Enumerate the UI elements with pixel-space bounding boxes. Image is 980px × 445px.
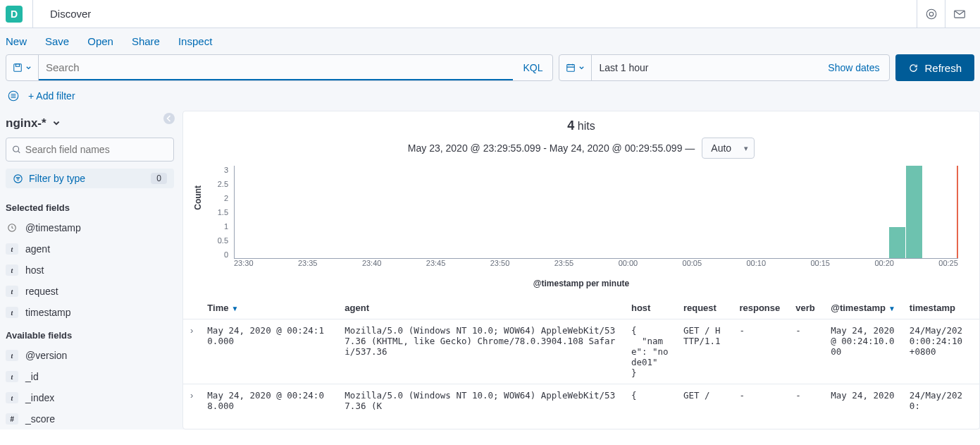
field-name: host bbox=[25, 264, 44, 276]
filter-icon bbox=[13, 173, 23, 184]
hits-count: 4 bbox=[567, 118, 574, 133]
field-item[interactable]: t_id bbox=[4, 366, 175, 387]
cell-verb: - bbox=[788, 319, 824, 384]
field-name: agent bbox=[25, 243, 50, 255]
cell-host: { bbox=[624, 384, 676, 417]
refresh-button[interactable]: Refresh bbox=[895, 54, 974, 81]
col-host[interactable]: host bbox=[624, 297, 676, 319]
chart-y-axis: 32.521.510.50 bbox=[210, 166, 231, 259]
nav-share[interactable]: Share bbox=[132, 35, 160, 47]
col-timestamp-at[interactable]: @timestamp▼ bbox=[824, 297, 903, 319]
field-search[interactable] bbox=[6, 138, 174, 161]
field-item[interactable]: thost bbox=[4, 260, 175, 281]
content-panel: 4 hits May 23, 2020 @ 23:29:55.099 - May… bbox=[182, 111, 980, 429]
field-item[interactable]: @timestamp bbox=[4, 217, 175, 238]
col-verb[interactable]: verb bbox=[788, 297, 824, 319]
svg-rect-3 bbox=[14, 64, 22, 72]
expand-row-icon[interactable]: › bbox=[183, 319, 200, 384]
sidebar: nginx-* Filter by type 0 Selected fields… bbox=[0, 111, 180, 429]
filter-by-type[interactable]: Filter by type 0 bbox=[6, 169, 174, 188]
search-icon bbox=[12, 145, 21, 154]
field-item[interactable]: t_index bbox=[4, 387, 175, 408]
svg-rect-5 bbox=[567, 65, 575, 72]
chart-x-axis: 23:3023:3523:4023:4523:5023:5500:0000:05… bbox=[234, 259, 958, 272]
filter-options-icon[interactable] bbox=[6, 88, 21, 104]
cell-request: GET / HTTP/1.1 bbox=[676, 319, 733, 384]
nav-save[interactable]: Save bbox=[45, 35, 69, 47]
chart-x-label: @timestamp per minute bbox=[197, 279, 965, 293]
newsfeed-icon[interactable] bbox=[917, 0, 945, 28]
cell-response: - bbox=[732, 319, 788, 384]
text-field-icon: t bbox=[6, 350, 18, 361]
cell-response: - bbox=[732, 384, 788, 417]
saved-query-button[interactable] bbox=[6, 55, 39, 80]
col-timestamp[interactable]: timestamp bbox=[903, 297, 979, 319]
field-item[interactable]: trequest bbox=[4, 281, 175, 302]
field-item[interactable]: #_score bbox=[4, 408, 175, 429]
cell-time: May 24, 2020 @ 00:24:08.000 bbox=[200, 384, 337, 417]
text-field-icon: t bbox=[6, 371, 18, 382]
nav-open[interactable]: Open bbox=[87, 35, 113, 47]
date-range-text[interactable]: Last 1 hour bbox=[592, 55, 818, 80]
field-search-input[interactable] bbox=[25, 144, 168, 155]
show-dates-link[interactable]: Show dates bbox=[818, 55, 889, 80]
cell-ts: May 24, 2020 bbox=[824, 384, 903, 417]
cell-request: GET / bbox=[676, 384, 733, 417]
query-bar: KQL Last 1 hour Show dates Refresh bbox=[0, 54, 980, 85]
search-input[interactable] bbox=[46, 61, 506, 73]
search-input-wrap[interactable] bbox=[39, 55, 513, 80]
time-range-text: May 23, 2020 @ 23:29:55.099 - May 24, 20… bbox=[408, 142, 695, 154]
svg-point-7 bbox=[163, 113, 175, 124]
col-agent[interactable]: agent bbox=[337, 297, 624, 319]
kql-toggle[interactable]: KQL bbox=[513, 55, 552, 80]
nav-inspect[interactable]: Inspect bbox=[178, 35, 212, 47]
app-badge[interactable]: D bbox=[6, 6, 23, 23]
col-response[interactable]: response bbox=[732, 297, 788, 319]
documents-table: Time▼ agent host request response verb @… bbox=[183, 297, 979, 417]
svg-point-1 bbox=[929, 12, 934, 16]
field-name: request bbox=[25, 286, 58, 297]
index-pattern-selector[interactable]: nginx-* bbox=[4, 114, 175, 138]
collapse-sidebar-icon[interactable] bbox=[163, 112, 175, 125]
filter-count-badge: 0 bbox=[151, 173, 167, 184]
hits-word: hits bbox=[578, 120, 595, 132]
field-item[interactable]: tagent bbox=[4, 238, 175, 260]
expand-row-icon[interactable]: › bbox=[183, 384, 200, 417]
calendar-button[interactable] bbox=[559, 55, 592, 80]
time-range-display: May 23, 2020 @ 23:29:55.099 - May 24, 20… bbox=[183, 135, 979, 166]
cell-host: { "name": "node01" } bbox=[624, 319, 676, 384]
available-fields-header: Available fields bbox=[4, 323, 175, 345]
date-picker: Last 1 hour Show dates bbox=[559, 54, 890, 81]
field-item[interactable]: ttimestamp bbox=[4, 302, 175, 323]
field-name: timestamp bbox=[25, 307, 71, 318]
chart-y-label: Count bbox=[193, 185, 203, 210]
selected-fields-list: @timestamptagentthosttrequestttimestamp bbox=[4, 217, 175, 323]
histogram-chart[interactable]: Count 32.521.510.50 23:3023:3523:4023:45… bbox=[183, 166, 979, 293]
svg-rect-4 bbox=[15, 64, 19, 67]
field-item[interactable]: t@version bbox=[4, 345, 175, 366]
chart-bar[interactable] bbox=[906, 166, 922, 258]
col-request[interactable]: request bbox=[676, 297, 733, 319]
chart-bar[interactable] bbox=[889, 227, 905, 258]
svg-point-0 bbox=[926, 9, 936, 19]
text-field-icon: t bbox=[6, 264, 18, 276]
col-time[interactable]: Time▼ bbox=[200, 297, 337, 319]
interval-value: Auto bbox=[711, 142, 731, 154]
interval-selector[interactable]: Auto ▾ bbox=[702, 138, 755, 159]
chevron-down-icon: ▾ bbox=[744, 144, 748, 153]
table-row[interactable]: ›May 24, 2020 @ 00:24:08.000Mozilla/5.0 … bbox=[183, 384, 979, 417]
number-field-icon: # bbox=[6, 413, 18, 425]
text-field-icon: t bbox=[6, 392, 18, 403]
chart-plot-area[interactable] bbox=[234, 166, 958, 259]
table-row[interactable]: ›May 24, 2020 @ 00:24:10.000Mozilla/5.0 … bbox=[183, 319, 979, 384]
add-filter-button[interactable]: + Add filter bbox=[28, 90, 75, 102]
top-bar: D Discover bbox=[0, 0, 980, 28]
nav-new[interactable]: New bbox=[6, 35, 27, 47]
search-group: KQL bbox=[6, 54, 553, 81]
field-name: @version bbox=[25, 350, 67, 361]
cell-verb: - bbox=[788, 384, 824, 417]
cell-agent: Mozilla/5.0 (Windows NT 10.0; WOW64) App… bbox=[337, 384, 624, 417]
mail-icon[interactable] bbox=[945, 0, 973, 28]
main: nginx-* Filter by type 0 Selected fields… bbox=[0, 111, 980, 429]
available-fields-list: t@versiont_idt_index#_score bbox=[4, 345, 175, 429]
